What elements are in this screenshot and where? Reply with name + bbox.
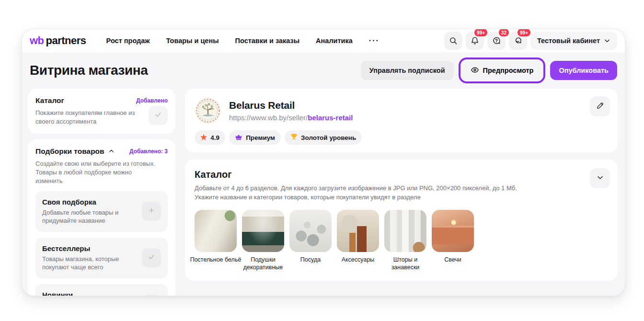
collection-added-toggle[interactable] [142,248,161,267]
category-image-curtains [384,210,426,252]
collection-item-title: Бестселлеры [42,244,142,252]
bell-icon [471,36,479,45]
sidebar-collections-card: Подборки товаров Добавлено: 3 Создайте с… [28,139,175,296]
notifications-count-badge: 99+ [474,29,487,36]
category-item-bedding[interactable]: Постельное бельё [195,210,237,272]
plus-icon [148,206,155,216]
category-label: Подушки декоративные [237,256,289,272]
collections-description: Создайте свою или выберите из готовых. Т… [35,160,156,185]
catalog-section-title: Каталог [195,169,608,180]
chevron-down-icon [604,37,610,44]
premium-label: Премиум [246,134,275,141]
top-navigation-bar: wb partners Рост продаж Товары и цены По… [22,29,625,52]
nav-item-supplies-orders[interactable]: Поставки и заказы [235,37,300,45]
notifications-button[interactable]: 99+ [466,32,484,50]
category-image-accessories [337,210,379,252]
category-label: Аксессуары [332,256,384,264]
account-name: Тестовый кабинет [537,37,600,45]
rating-badge: ★ 4.9 [195,130,225,145]
nav-item-analytics[interactable]: Аналитика [316,37,353,45]
add-collection-button[interactable] [142,202,161,221]
premium-badge: Премиум [229,130,281,145]
collections-title: Подборки товаров [35,147,104,156]
preview-highlight-ring: Предпросмотр [459,57,546,83]
help-count-badge: 32 [499,29,509,36]
category-item-dishes[interactable]: Посуда [289,210,332,272]
catalog-section-card: Каталог Добавьте от 4 до 6 разделов. Для… [185,160,618,281]
sidebar-catalog-description: Покажите покупателям главное из своего а… [35,109,144,126]
store-url-slug: belarus-retail [308,114,353,122]
rating-value: 4.9 [210,134,219,141]
category-list: Постельное бельё Подушки декоративные По… [195,210,608,272]
catalog-section-description: Добавьте от 4 до 6 разделов. Для каждого… [195,184,530,202]
store-logo [195,97,221,124]
page-content: Каталог Добавлено Покажите покупателям г… [22,89,625,296]
chevron-down-icon [597,174,604,183]
main-nav: Рост продаж Товары и цены Поставки и зак… [106,36,380,45]
category-image-bedding [195,210,237,252]
logo-wb: wb [30,34,44,47]
category-label: Посуда [284,256,337,264]
preview-button[interactable]: Предпросмотр [462,61,542,80]
wb-partners-logo[interactable]: wb partners [30,34,86,47]
nav-item-sales-growth[interactable]: Рост продаж [106,37,150,45]
messages-count-badge: 99+ [518,29,530,36]
search-icon [449,36,458,45]
add-collection-button[interactable] [142,295,161,296]
preview-button-label: Предпросмотр [483,67,534,74]
main-column: Belarus Retail https://www.wb.by/seller/… [185,89,618,281]
eye-icon [471,66,479,76]
question-bubble-icon [492,36,501,45]
category-item-accessories[interactable]: Аксессуары [337,210,379,272]
nav-item-goods-prices[interactable]: Товары и цены [166,37,219,45]
logo-partners: partners [46,34,86,47]
sidebar-catalog-card[interactable]: Каталог Добавлено Покажите покупателям г… [28,89,175,134]
app-window: wb partners Рост продаж Товары и цены По… [22,29,625,296]
messages-button[interactable]: 99+ [509,32,527,50]
category-item-candles[interactable]: Свечи [432,210,474,272]
store-profile-card: Belarus Retail https://www.wb.by/seller/… [185,89,618,152]
check-icon [154,111,162,120]
page-actions: Управлять подпиской Предпросмотр Опублик… [361,57,617,83]
crown-icon [235,134,242,142]
account-switcher[interactable]: Тестовый кабинет [530,32,617,50]
category-label: Свечи [426,256,479,264]
category-label: Постельное бельё [189,256,242,264]
check-icon [148,253,155,263]
category-item-curtains[interactable]: Шторы и занавески [384,210,426,272]
chevron-up-icon [108,148,115,154]
collection-item-title: Своя подборка [42,198,142,206]
catalog-added-toggle[interactable] [149,106,168,125]
sidebar-catalog-title: Каталог [35,96,64,105]
collection-item-title: Новинки [42,291,142,296]
edit-store-button[interactable] [590,96,610,116]
collection-item-custom[interactable]: Своя подборка Добавьте любые товары и пр… [35,191,168,232]
store-url[interactable]: https://www.wb.by/seller/belarus-retail [229,114,353,122]
category-image-dishes [289,210,332,252]
store-badges: ★ 4.9 Премиум Золотой уровень [195,130,608,145]
pencil-icon [596,102,604,112]
collapse-catalog-button[interactable] [590,168,610,188]
category-label: Шторы и занавески [379,256,432,272]
collection-item-new-arrivals[interactable]: Новинки Товары, которые вы добавили за п… [35,284,168,296]
category-image-pillows [242,210,284,252]
chat-bubbles-icon [514,36,522,45]
collections-added-badge: Добавлено: 3 [129,148,168,155]
page-title: Витрина магазина [30,63,148,78]
nav-more-button[interactable]: ··· [369,36,380,45]
gold-level-label: Золотой уровень [301,134,356,141]
publish-button[interactable]: Опубликовать [550,61,617,80]
page-header: Витрина магазина Управлять подпиской Пре… [22,52,625,89]
help-button[interactable]: 32 [487,32,506,50]
collection-item-bestsellers[interactable]: Бестселлеры Товары магазина, которые пок… [35,238,168,278]
collection-item-description: Добавьте любые товары и придумайте назва… [42,208,142,225]
manage-subscription-button[interactable]: Управлять подпиской [361,61,454,80]
sidebar: Каталог Добавлено Покажите покупателям г… [28,89,175,296]
store-name: Belarus Retail [229,100,353,111]
category-item-pillows[interactable]: Подушки декоративные [242,210,284,272]
star-icon: ★ [200,134,207,141]
category-image-candles [432,210,474,252]
search-button[interactable] [444,32,462,50]
collections-section-header[interactable]: Подборки товаров [35,147,115,156]
store-url-prefix: https://www.wb.by/seller/ [229,114,308,122]
